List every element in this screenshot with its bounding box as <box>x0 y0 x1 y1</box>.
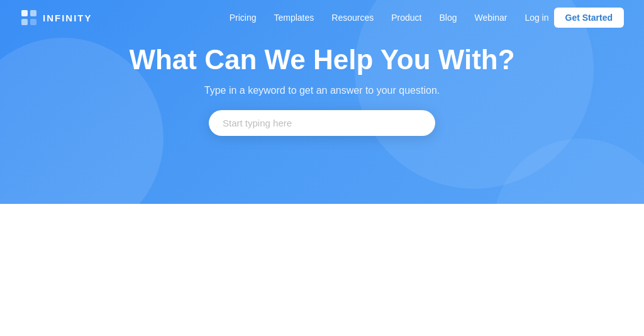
navbar: INFINITY Pricing Templates Resources Pro… <box>0 0 644 35</box>
search-input[interactable] <box>209 110 435 136</box>
svg-rect-3 <box>30 19 36 25</box>
nav-pricing[interactable]: Pricing <box>230 13 257 23</box>
svg-rect-0 <box>21 10 28 16</box>
hero-content: What Can We Help You With? Type in a key… <box>0 44 644 136</box>
brand-name: INFINITY <box>43 13 92 23</box>
logo[interactable]: INFINITY <box>20 9 92 26</box>
nav-webinar[interactable]: Webinar <box>474 13 507 23</box>
nav-resources[interactable]: Resources <box>331 13 374 23</box>
nav-links: Pricing Templates Resources Product Blog… <box>230 12 549 23</box>
hero-subtitle: Type in a keyword to get an answer to yo… <box>204 85 440 96</box>
hero-title: What Can We Help You With? <box>129 44 514 76</box>
svg-rect-1 <box>30 10 36 16</box>
bottom-section <box>0 204 644 336</box>
svg-rect-2 <box>21 19 28 25</box>
nav-templates[interactable]: Templates <box>274 13 314 23</box>
nav-product[interactable]: Product <box>391 13 421 23</box>
nav-blog[interactable]: Blog <box>439 13 457 23</box>
nav-login[interactable]: Log in <box>525 13 548 23</box>
logo-icon <box>20 9 38 26</box>
get-started-button[interactable]: Get Started <box>554 8 624 28</box>
